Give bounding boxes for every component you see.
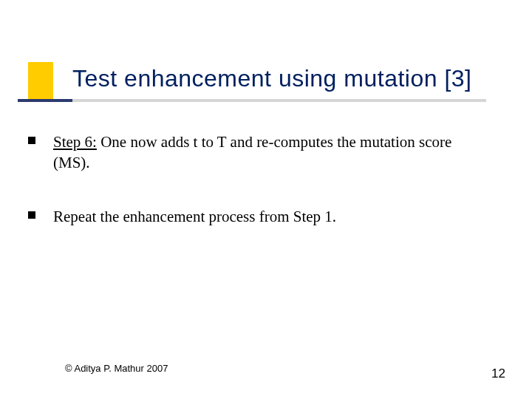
slide-title: Test enhancement using mutation [3] bbox=[72, 65, 471, 92]
bullet-icon bbox=[28, 211, 35, 219]
title-underline-dark bbox=[18, 99, 72, 102]
accent-block bbox=[28, 62, 53, 100]
bullet-body: One now adds t to T and re-computes the … bbox=[53, 133, 451, 171]
list-item: Step 6: One now adds t to T and re-compu… bbox=[28, 132, 488, 174]
page-number: 12 bbox=[491, 366, 505, 381]
bullet-lead: Step 6: bbox=[53, 133, 97, 151]
title-underline-light bbox=[72, 99, 486, 102]
slide: Test enhancement using mutation [3] Step… bbox=[0, 0, 532, 399]
bullet-text: Repeat the enhancement process from Step… bbox=[53, 206, 488, 227]
copyright-text: © Aditya P. Mathur 2007 bbox=[65, 363, 168, 374]
bullet-icon bbox=[28, 137, 35, 144]
bullet-body: Repeat the enhancement process from Step… bbox=[53, 208, 336, 225]
list-item: Repeat the enhancement process from Step… bbox=[28, 206, 488, 227]
bullet-text: Step 6: One now adds t to T and re-compu… bbox=[53, 132, 488, 174]
bullet-list: Step 6: One now adds t to T and re-compu… bbox=[28, 132, 488, 259]
